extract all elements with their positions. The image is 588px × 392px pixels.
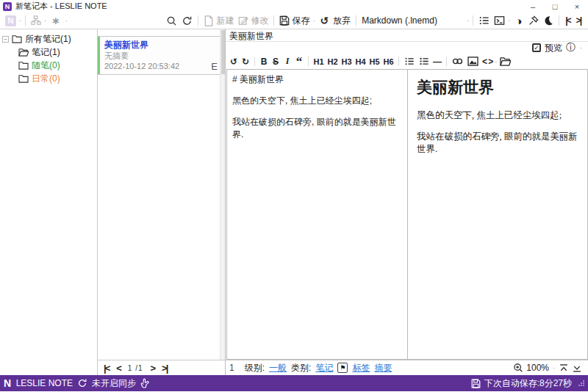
md-separator <box>446 57 447 66</box>
bold-button[interactable]: B <box>258 57 270 67</box>
scroll-to-top-icon[interactable] <box>559 363 569 373</box>
minimize-button[interactable]: – <box>522 0 544 12</box>
pushpin-icon <box>528 15 539 26</box>
undo-button[interactable]: ↺ <box>228 57 240 67</box>
redo-button[interactable]: ↻ <box>240 57 251 67</box>
search-button[interactable] <box>164 15 179 27</box>
zoom-in-icon[interactable] <box>513 363 523 373</box>
folder-closed-icon <box>18 61 29 70</box>
md-separator <box>308 57 309 66</box>
note-list-pagination: |< < 1 /1 > >| <box>98 360 225 375</box>
last-page-button[interactable]: >| <box>162 363 167 374</box>
sidebar-item-label: 笔记(1) <box>32 46 60 59</box>
category-value-link[interactable]: 笔记 <box>315 362 333 374</box>
insert-image-button[interactable] <box>465 57 481 66</box>
unordered-list-button[interactable] <box>402 57 417 66</box>
collapse-left-panel-button[interactable]: |< <box>562 15 573 26</box>
insert-code-button[interactable]: < > <box>481 57 494 67</box>
zoom-level[interactable]: 100% <box>526 363 549 373</box>
heading6-button[interactable]: H6 <box>381 57 395 66</box>
note-item-summary: 无摘要 <box>104 51 218 61</box>
preview-checkbox[interactable]: ✓ <box>532 43 541 52</box>
dark-mode-button[interactable] <box>541 15 556 26</box>
app-icon: N <box>3 2 12 11</box>
sidebar-item-essays[interactable]: 随笔(0) <box>0 59 97 72</box>
ordered-list-button[interactable] <box>417 57 431 66</box>
toolbar-separator <box>473 15 473 26</box>
notebook-structure-button[interactable] <box>29 15 43 26</box>
sidebar-item-notes[interactable]: 笔记(1) <box>0 46 97 59</box>
resize-grip-icon[interactable] <box>578 380 584 386</box>
window-controls: – □ × <box>522 0 588 12</box>
level-label: 级别: <box>245 362 265 374</box>
modify-note-label: 修改 <box>251 15 268 27</box>
note-list-view-button[interactable] <box>476 15 492 26</box>
new-note-button[interactable]: 新建 <box>201 14 236 28</box>
info-icon[interactable]: ⓘ <box>566 41 576 54</box>
sync-icon[interactable] <box>77 378 87 388</box>
heading1-button[interactable]: H1 <box>312 57 326 66</box>
scrollbar-thumb[interactable] <box>221 30 225 74</box>
collapse-right-panel-button[interactable]: >| <box>573 15 584 26</box>
save-button[interactable]: 保存 <box>277 14 312 28</box>
heading4-button[interactable]: H4 <box>354 57 368 66</box>
sidebar-item-label: 所有笔记(1) <box>25 33 71 46</box>
gesture-icon[interactable] <box>140 378 149 388</box>
tags-link[interactable]: 标签 <box>352 362 370 374</box>
bullet-list-icon <box>404 57 415 66</box>
link-icon <box>452 57 463 66</box>
note-list-scrollbar[interactable] <box>220 29 225 360</box>
format-selector[interactable]: Markdown (.lnemd) <box>359 15 466 26</box>
sidebar-item-daily[interactable]: 日常(0) <box>0 72 97 85</box>
modify-note-button[interactable]: 修改 <box>236 14 270 28</box>
refresh-button[interactable] <box>179 15 195 27</box>
summary-link[interactable]: 摘要 <box>374 362 392 374</box>
hierarchy-icon <box>31 15 41 26</box>
horizontal-rule-button[interactable]: — <box>431 57 443 67</box>
note-title-input[interactable]: 美丽新世界 <box>226 29 588 42</box>
editor-panel: 美丽新世界 ✓ 预览 ⓘ · ↺ ↻ B S I “ H1 H2 H3 H4 H… <box>226 29 588 375</box>
insert-file-button[interactable] <box>498 57 513 66</box>
flag-icon[interactable]: ⚑ <box>337 363 348 373</box>
close-button[interactable]: × <box>566 0 588 12</box>
pin-window-button[interactable] <box>526 15 541 26</box>
numbered-list-icon <box>419 57 429 66</box>
contrast-theme-button[interactable]: ◑ <box>511 14 526 28</box>
heading3-button[interactable]: H3 <box>340 57 354 66</box>
tree-collapse-icon[interactable]: − <box>2 36 9 43</box>
heading2-button[interactable]: H2 <box>326 57 340 66</box>
heading5-button[interactable]: H5 <box>368 57 381 66</box>
app-menu-button[interactable]: N <box>3 15 18 27</box>
editor-content: # 美丽新世界 黑色的天空下, 焦土上已经尘埃四起; 我站在破损的石碑旁, 眼前… <box>226 69 588 360</box>
insert-link-button[interactable] <box>450 57 465 66</box>
sparkle-button[interactable]: ∗ <box>47 14 65 27</box>
strikethrough-button[interactable]: S <box>270 57 282 67</box>
blockquote-button[interactable]: “ <box>293 58 305 65</box>
source-line: 我站在破损的石碑旁, 眼前的就是美丽新世界. <box>232 116 402 141</box>
title-bar: N 新笔记本 - LESLIE NOTE – □ × <box>0 0 588 12</box>
toolbar-separator <box>25 15 26 26</box>
note-list-item[interactable]: 美丽新世界 无摘要 2022-10-12 20:53:42 E <box>98 36 225 75</box>
discard-button[interactable]: ↺ 放弃 <box>315 14 353 28</box>
folder-open-icon <box>18 48 29 57</box>
next-page-button[interactable]: > <box>151 363 155 374</box>
source-line: 黑色的天空下, 焦土上已经尘埃四起; <box>232 95 402 107</box>
maximize-button[interactable]: □ <box>544 0 566 12</box>
italic-button[interactable]: I <box>282 56 293 67</box>
markdown-source-editor[interactable]: # 美丽新世界 黑色的天空下, 焦土上已经尘埃四起; 我站在破损的石碑旁, 眼前… <box>226 69 408 360</box>
zoom-caret-icon: · <box>553 364 555 371</box>
console-button[interactable] <box>492 15 507 26</box>
sidebar-item-all-notes[interactable]: − 所有笔记(1) <box>0 32 97 46</box>
prev-page-button[interactable]: < <box>116 363 121 374</box>
sync-status-text[interactable]: 未开启同步 <box>92 377 136 390</box>
new-note-label: 新建 <box>216 15 234 27</box>
level-value-link[interactable]: 一般 <box>269 362 287 374</box>
first-page-button[interactable]: |< <box>104 363 109 374</box>
terminal-icon <box>494 15 505 26</box>
save-caret-icon: · <box>312 17 315 24</box>
undo-icon: ↺ <box>318 15 331 26</box>
scroll-to-bottom-icon[interactable] <box>572 363 582 373</box>
preview-label: 预览 <box>545 42 562 54</box>
app-menu-caret-icon: · <box>19 17 21 24</box>
markdown-toolbar: ↺ ↻ B S I “ H1 H2 H3 H4 H5 H6 <box>226 54 588 69</box>
